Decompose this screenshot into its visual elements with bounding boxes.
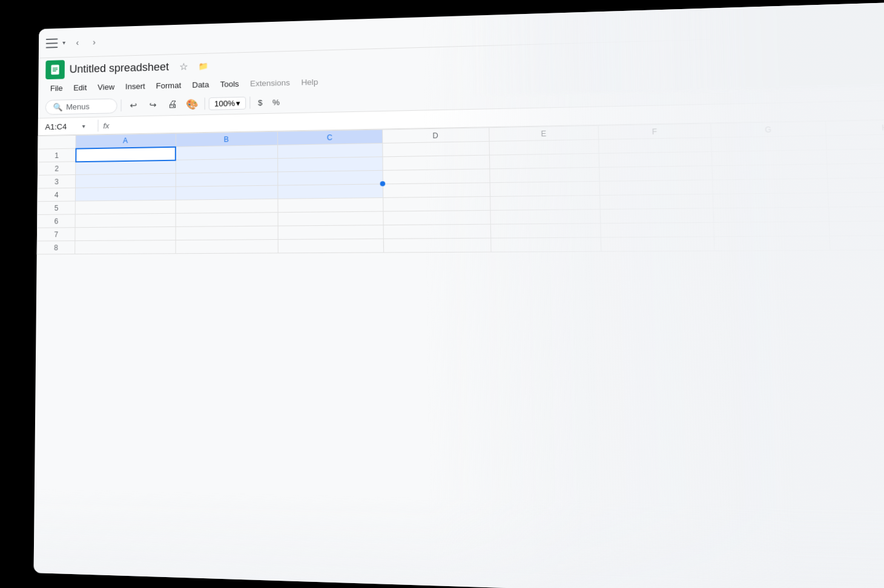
forward-button[interactable]: › bbox=[87, 35, 102, 49]
cell-c1[interactable] bbox=[278, 143, 383, 158]
col-header-b[interactable]: B bbox=[176, 131, 278, 147]
cell-reference-input[interactable]: A1:C4 bbox=[45, 122, 81, 131]
cell-g5[interactable] bbox=[713, 193, 829, 208]
cell-f3[interactable] bbox=[599, 166, 712, 182]
cell-f8[interactable] bbox=[601, 237, 714, 251]
cell-h2[interactable] bbox=[827, 148, 884, 164]
col-header-f[interactable]: F bbox=[599, 124, 711, 139]
cell-c2[interactable] bbox=[278, 157, 383, 172]
cell-h6[interactable] bbox=[829, 206, 884, 222]
cell-b1[interactable] bbox=[176, 145, 278, 160]
menu-format[interactable]: Format bbox=[151, 78, 186, 93]
back-button[interactable]: ‹ bbox=[70, 35, 85, 50]
menu-file[interactable]: File bbox=[45, 81, 68, 95]
cell-d8[interactable] bbox=[383, 238, 491, 253]
menu-data[interactable]: Data bbox=[187, 78, 214, 92]
cell-a6[interactable] bbox=[75, 213, 176, 227]
cell-e2[interactable] bbox=[489, 153, 599, 169]
menu-edit[interactable]: Edit bbox=[68, 81, 91, 94]
corner-cell bbox=[38, 135, 76, 149]
sidebar-toggle-button[interactable] bbox=[46, 38, 58, 48]
cell-a3[interactable] bbox=[76, 173, 176, 188]
cell-b7[interactable] bbox=[176, 226, 279, 240]
cell-c4[interactable] bbox=[278, 184, 383, 199]
col-header-d[interactable]: D bbox=[382, 128, 489, 144]
cell-a5[interactable] bbox=[75, 200, 176, 214]
cell-e5[interactable] bbox=[490, 195, 601, 210]
cell-e7[interactable] bbox=[490, 223, 601, 238]
cell-d6[interactable] bbox=[383, 210, 490, 225]
cell-h3[interactable] bbox=[827, 162, 884, 178]
undo-button[interactable]: ↩ bbox=[125, 97, 142, 114]
cell-e4[interactable] bbox=[490, 181, 600, 196]
cell-a8[interactable] bbox=[75, 240, 176, 254]
format-paint-button[interactable]: 🎨 bbox=[183, 95, 200, 112]
cell-f1[interactable] bbox=[599, 137, 711, 153]
cell-h1[interactable] bbox=[826, 134, 884, 150]
cell-f5[interactable] bbox=[600, 194, 713, 209]
cell-ref-dropdown-icon[interactable]: ▾ bbox=[82, 122, 85, 129]
cell-e8[interactable] bbox=[491, 237, 602, 252]
percent-button[interactable]: % bbox=[269, 96, 283, 108]
cell-g8[interactable] bbox=[714, 236, 830, 251]
cell-a7[interactable] bbox=[75, 226, 176, 240]
menu-help[interactable]: Help bbox=[296, 75, 323, 90]
cell-g3[interactable] bbox=[712, 164, 828, 180]
col-header-g[interactable]: G bbox=[711, 121, 826, 137]
redo-button[interactable]: ↪ bbox=[145, 96, 162, 113]
cell-b5[interactable] bbox=[176, 199, 278, 213]
cell-d5[interactable] bbox=[383, 196, 490, 211]
cell-a1[interactable] bbox=[76, 147, 176, 162]
cell-b2[interactable] bbox=[176, 159, 278, 174]
cell-c3[interactable] bbox=[278, 170, 383, 185]
cell-g4[interactable] bbox=[713, 179, 828, 194]
cell-h4[interactable] bbox=[828, 177, 884, 193]
zoom-control[interactable]: 100% ▾ bbox=[209, 96, 246, 110]
cell-h8[interactable] bbox=[830, 235, 884, 250]
cell-d1[interactable] bbox=[382, 141, 489, 156]
cell-f2[interactable] bbox=[599, 151, 712, 167]
cell-a4[interactable] bbox=[75, 187, 175, 201]
fx-icon[interactable]: fx bbox=[103, 121, 109, 130]
cell-g1[interactable] bbox=[711, 136, 827, 152]
col-header-h[interactable]: H bbox=[826, 119, 884, 136]
cell-d7[interactable] bbox=[383, 224, 491, 239]
dropdown-arrow-icon[interactable]: ▾ bbox=[62, 39, 65, 46]
cell-c5[interactable] bbox=[278, 197, 383, 212]
folder-icon[interactable]: 📁 bbox=[196, 58, 211, 73]
document-title[interactable]: Untitled spreadsheet bbox=[70, 61, 170, 76]
cell-d2[interactable] bbox=[382, 155, 489, 170]
cell-e6[interactable] bbox=[490, 210, 601, 225]
star-icon[interactable]: ☆ bbox=[176, 59, 191, 73]
cell-f4[interactable] bbox=[600, 180, 713, 195]
cell-e3[interactable] bbox=[490, 167, 600, 182]
menu-view[interactable]: View bbox=[93, 80, 119, 94]
cell-d3[interactable] bbox=[383, 169, 490, 184]
col-header-a[interactable]: A bbox=[76, 133, 176, 148]
menu-extensions[interactable]: Extensions bbox=[245, 76, 295, 91]
cell-b8[interactable] bbox=[176, 239, 279, 253]
cell-b6[interactable] bbox=[176, 213, 278, 227]
cell-h5[interactable] bbox=[828, 191, 884, 207]
cell-f6[interactable] bbox=[601, 208, 714, 223]
cell-e1[interactable] bbox=[489, 139, 599, 155]
cell-g2[interactable] bbox=[711, 150, 827, 165]
cell-c7[interactable] bbox=[278, 225, 383, 240]
cell-b3[interactable] bbox=[176, 172, 278, 187]
cell-f7[interactable] bbox=[601, 222, 714, 237]
cell-c8[interactable] bbox=[278, 239, 383, 253]
currency-button[interactable]: $ bbox=[254, 96, 266, 108]
cell-g7[interactable] bbox=[714, 222, 830, 237]
menu-tools[interactable]: Tools bbox=[215, 77, 243, 91]
menu-insert[interactable]: Insert bbox=[120, 79, 150, 94]
cell-h7[interactable] bbox=[830, 220, 884, 236]
col-header-e[interactable]: E bbox=[489, 125, 599, 141]
search-menus-box[interactable]: 🔍 Menus bbox=[45, 98, 117, 114]
cell-b4[interactable] bbox=[176, 185, 278, 200]
print-button[interactable]: 🖨 bbox=[164, 96, 181, 113]
cell-g6[interactable] bbox=[713, 207, 830, 222]
cell-d4[interactable] bbox=[383, 183, 490, 198]
col-header-c[interactable]: C bbox=[277, 130, 382, 145]
cell-a2[interactable] bbox=[76, 160, 176, 174]
cell-c6[interactable] bbox=[278, 211, 383, 226]
